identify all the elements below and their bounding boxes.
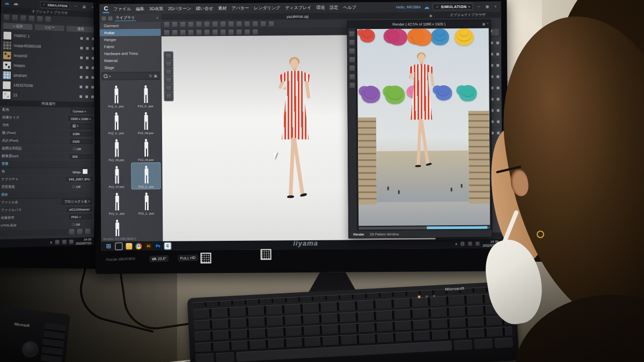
menu-item[interactable]: ディスプレイ	[285, 5, 311, 11]
tray-icon[interactable]	[62, 239, 67, 244]
fabric-action-icon[interactable]	[497, 109, 500, 112]
setting-value[interactable]: 縦	[70, 123, 93, 130]
avatar-3d[interactable]	[265, 57, 325, 218]
scrollbar-thumb[interactable]	[427, 226, 488, 230]
menu-item[interactable]: 2Dパターン	[168, 5, 191, 11]
toolbar-icon[interactable]	[45, 16, 51, 23]
toolbar-icon[interactable]	[3, 14, 10, 21]
copy-button[interactable]: コピー	[34, 24, 65, 32]
toolbar-icon[interactable]	[84, 228, 91, 234]
library-mini-icon[interactable]	[101, 16, 106, 20]
file-explorer-icon[interactable]	[126, 243, 132, 249]
pose-thumbnail[interactable]: FV2_0...pos	[101, 83, 130, 108]
setting-value[interactable]: Off	[70, 222, 92, 226]
fabric-action-icon[interactable]	[80, 66, 83, 69]
cloud-icon[interactable]: ☁	[424, 4, 429, 10]
tray-expand-icon[interactable]: ∧	[50, 240, 53, 245]
pose-thumbnail[interactable]: FV2_0...pos	[103, 190, 131, 216]
tray-expand-icon[interactable]: ∧	[455, 241, 458, 246]
toolbar-icon[interactable]	[252, 28, 259, 35]
toolbar-icon[interactable]	[196, 21, 202, 27]
pose-thumbnail[interactable]: FV2_0...pos	[131, 83, 159, 108]
menu-item[interactable]: レンダリング	[254, 5, 280, 11]
setting-value[interactable]: s/CLO/Assets/	[67, 207, 92, 212]
library-tab[interactable]: ライブラリ	[114, 15, 136, 21]
view-grid-icon[interactable]: ▣	[154, 73, 158, 78]
task-view-button[interactable]	[115, 242, 122, 250]
fabric-action-icon[interactable]	[85, 95, 88, 98]
tray-icon[interactable]	[475, 241, 480, 246]
maximize-button[interactable]: ▣	[485, 4, 491, 9]
toolbar-icon[interactable]	[164, 29, 170, 35]
fabric-action-icon[interactable]	[496, 75, 499, 78]
close-button[interactable]: ×	[493, 4, 497, 8]
toolbar-icon[interactable]	[180, 21, 186, 27]
fabric-action-icon[interactable]	[86, 67, 89, 69]
simulation-button[interactable]: ✓ SIMULATION	[40, 1, 70, 9]
toolbar-icon[interactable]	[244, 20, 251, 27]
toolbar-icon[interactable]	[164, 21, 170, 27]
toolbar-icon[interactable]	[165, 53, 172, 60]
pose-thumbnail[interactable]: FV2_1...pos	[132, 190, 160, 216]
setting-value[interactable]: White	[71, 168, 92, 174]
setting-value[interactable]: 1080	[70, 131, 93, 136]
toolbar-icon[interactable]	[212, 21, 218, 27]
toolbar-icon[interactable]	[188, 21, 194, 27]
toolbar-icon[interactable]	[220, 28, 226, 35]
setting-value[interactable]: 346_3267.JPG	[67, 177, 92, 181]
setting-value[interactable]: 1920	[70, 139, 93, 143]
toolbar-icon[interactable]	[28, 15, 35, 22]
maximize-button[interactable]: ▣	[82, 4, 87, 9]
close-icon[interactable]: ×	[487, 22, 489, 26]
toolbar-icon[interactable]	[348, 48, 355, 54]
fabric-action-icon[interactable]	[79, 95, 82, 98]
library-category[interactable]: Avatar	[100, 29, 161, 36]
toolbar-icon[interactable]	[349, 65, 355, 71]
render-tab[interactable]: Render	[353, 232, 364, 236]
apply-button[interactable]: 適用	[65, 25, 95, 34]
toolbar-icon[interactable]	[172, 21, 178, 27]
toolbar-icon[interactable]	[77, 228, 83, 235]
toolbar-icon[interactable]	[204, 21, 210, 27]
clo-taskbar-icon[interactable]: C	[164, 242, 171, 249]
toolbar-icon[interactable]	[220, 20, 226, 27]
toolbar-icon[interactable]	[172, 29, 178, 35]
menu-item[interactable]: 3D衣装	[149, 6, 163, 12]
menu-item[interactable]: 環境	[316, 5, 325, 11]
toolbar-icon[interactable]	[165, 93, 172, 100]
toolbar-icon[interactable]	[348, 31, 355, 37]
setting-value[interactable]: プロジェクト名	[62, 198, 92, 205]
pose-thumbnail[interactable]: FV2_0...pos	[102, 109, 130, 135]
fabric-action-icon[interactable]	[80, 47, 83, 49]
pose-thumbnail[interactable]: FV2_1...pos	[103, 217, 131, 236]
library-category[interactable]: Garment	[100, 22, 161, 29]
toolbar-icon[interactable]	[260, 20, 267, 27]
setting-value[interactable]: Off	[71, 184, 92, 188]
toolbar-icon[interactable]	[165, 77, 172, 84]
setting-value[interactable]: 1920 x 1080	[69, 116, 93, 121]
toolbar-icon[interactable]	[349, 82, 355, 88]
library-category[interactable]: Stage	[100, 64, 161, 71]
setting-value[interactable]: PNG	[69, 214, 92, 219]
toolbar-icon[interactable]	[165, 69, 172, 76]
minimize-button[interactable]: ─	[74, 4, 78, 9]
toolbar-icon[interactable]	[244, 28, 251, 35]
refresh-icon[interactable]: ↻	[149, 73, 152, 78]
fabric-action-icon[interactable]	[496, 53, 499, 55]
library-category[interactable]: Fabric	[100, 43, 161, 50]
toolbar-icon[interactable]	[212, 29, 218, 35]
fabric-action-icon[interactable]	[497, 131, 500, 134]
fabric-action-icon[interactable]	[80, 37, 83, 40]
render-window-titlebar[interactable]: Render ( 42.5% of 1080 x 1920 ) ▣ ×	[348, 20, 491, 28]
fabric-action-icon[interactable]	[79, 85, 82, 88]
menu-item[interactable]: 設定	[330, 5, 338, 11]
fabric-action-icon[interactable]	[86, 57, 89, 60]
library-mini-icon[interactable]	[108, 16, 112, 20]
menu-item[interactable]: 素材	[218, 5, 226, 11]
toolbar-icon[interactable]	[188, 29, 194, 35]
toolbar-icon[interactable]	[268, 20, 275, 27]
library-category[interactable]: Material	[100, 57, 161, 64]
toolbar-icon[interactable]	[228, 28, 235, 35]
fabric-action-icon[interactable]	[80, 76, 83, 78]
fabric-action-icon[interactable]	[85, 86, 88, 88]
